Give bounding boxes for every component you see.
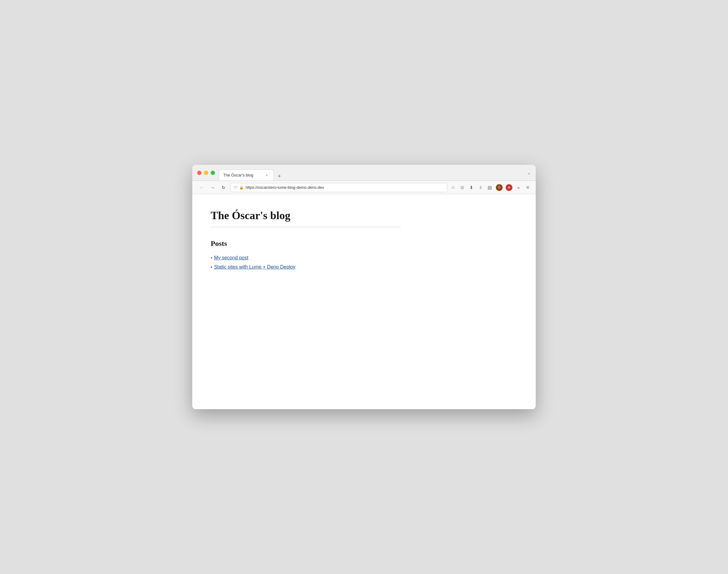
close-button[interactable] bbox=[197, 171, 201, 175]
bullet-icon: • bbox=[211, 264, 212, 270]
menu-button[interactable]: ≡ bbox=[525, 184, 531, 191]
post-link-2[interactable]: Static sites with Lume + Deno Deploy bbox=[214, 264, 295, 270]
forward-icon: → bbox=[210, 185, 215, 190]
profile-avatar[interactable]: O bbox=[496, 184, 503, 191]
nav-actions: ☆ ⊙ ⬇ ⫴ ▤ O ⊕ » ≡ bbox=[450, 184, 531, 191]
extensions-button[interactable]: » bbox=[515, 184, 521, 191]
forward-button[interactable]: → bbox=[208, 183, 217, 192]
tab-close-button[interactable]: × bbox=[264, 173, 269, 178]
bookmark-button[interactable]: ☆ bbox=[450, 184, 456, 191]
back-icon: ← bbox=[199, 185, 203, 190]
blog-title: The Óscar's blog bbox=[211, 209, 517, 222]
title-bar: The Óscar's blog × + ⌄ bbox=[192, 165, 536, 181]
nav-bar: ← → ↻ 🛡 🔒 https://oscarotero-lume-blog-d… bbox=[192, 181, 536, 194]
extension-shield-icon: ⊕ bbox=[508, 186, 510, 189]
tab-list-chevron[interactable]: ⌄ bbox=[527, 170, 531, 175]
list-item: • Static sites with Lume + Deno Deploy bbox=[211, 264, 517, 270]
bullet-icon: • bbox=[211, 255, 212, 260]
lock-icon: 🔒 bbox=[239, 186, 244, 190]
minimize-button[interactable] bbox=[204, 171, 208, 175]
extension-shield-button[interactable]: ⊕ bbox=[506, 184, 512, 191]
pocket-icon: ⊙ bbox=[460, 185, 464, 190]
browser-window: The Óscar's blog × + ⌄ ← → ↻ 🛡 🔒 https:/… bbox=[192, 165, 536, 409]
download-button[interactable]: ⬇ bbox=[468, 184, 474, 191]
download-icon: ⬇ bbox=[469, 185, 473, 190]
bookmark-icon: ☆ bbox=[451, 185, 455, 190]
reader-icon: ▤ bbox=[488, 185, 492, 190]
page-content: The Óscar's blog Posts • My second post … bbox=[192, 194, 536, 409]
tabs-area: The Óscar's blog × + bbox=[219, 165, 524, 180]
sidebar-icon: ⫴ bbox=[480, 185, 482, 190]
reader-button[interactable]: ▤ bbox=[487, 184, 493, 191]
tab-title: The Óscar's blog bbox=[223, 173, 262, 177]
title-divider bbox=[211, 227, 401, 227]
pocket-button[interactable]: ⊙ bbox=[459, 184, 465, 191]
post-link-1[interactable]: My second post bbox=[214, 255, 248, 260]
url-text: https://oscarotero-lume-blog-demo.deno.d… bbox=[245, 185, 444, 190]
extensions-icon: » bbox=[517, 185, 520, 190]
menu-icon: ≡ bbox=[526, 185, 529, 190]
new-tab-button[interactable]: + bbox=[275, 172, 284, 180]
avatar-icon: O bbox=[498, 186, 500, 189]
sidebar-button[interactable]: ⫴ bbox=[477, 184, 484, 191]
reload-button[interactable]: ↻ bbox=[219, 183, 228, 192]
address-bar[interactable]: 🛡 🔒 https://oscarotero-lume-blog-demo.de… bbox=[230, 183, 447, 192]
back-button[interactable]: ← bbox=[197, 183, 206, 192]
active-tab[interactable]: The Óscar's blog × bbox=[219, 169, 274, 180]
maximize-button[interactable] bbox=[211, 171, 215, 175]
traffic-lights bbox=[197, 171, 215, 175]
posts-heading: Posts bbox=[211, 239, 517, 248]
reload-icon: ↻ bbox=[222, 185, 225, 190]
list-item: • My second post bbox=[211, 255, 517, 260]
posts-list: • My second post • Static sites with Lum… bbox=[211, 255, 517, 270]
shield-icon: 🛡 bbox=[234, 186, 237, 190]
